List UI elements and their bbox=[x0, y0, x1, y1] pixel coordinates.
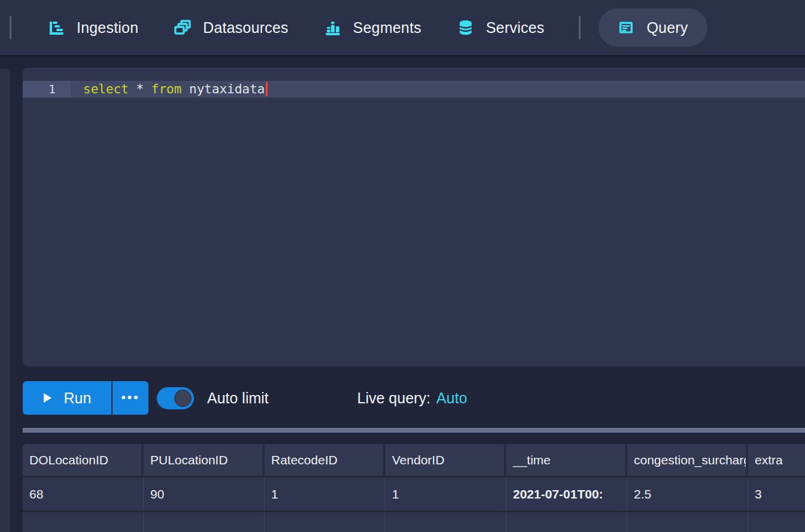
services-icon bbox=[457, 19, 474, 36]
column-header[interactable]: RatecodeID bbox=[265, 444, 385, 476]
run-button[interactable]: Run bbox=[23, 381, 111, 415]
table-cell[interactable]: 3 bbox=[748, 478, 805, 510]
play-icon bbox=[43, 393, 52, 403]
ingestion-icon bbox=[48, 19, 65, 36]
nav-item-label: Segments bbox=[353, 19, 421, 37]
live-query-value[interactable]: Auto bbox=[436, 390, 467, 407]
line-number: 1 bbox=[23, 81, 71, 98]
toggle-knob bbox=[174, 390, 192, 407]
nav-divider bbox=[10, 16, 11, 39]
results-table: DOLocationID PULocationID RatecodeID Ven… bbox=[23, 444, 805, 532]
sql-space bbox=[181, 82, 189, 96]
column-header[interactable]: __time bbox=[506, 444, 627, 476]
table-cell[interactable] bbox=[627, 512, 748, 532]
sql-editor[interactable]: 1 select * from nytaxidata bbox=[23, 68, 805, 366]
top-nav: Ingestion Datasources bbox=[0, 0, 805, 55]
text-cursor bbox=[266, 82, 268, 96]
table-cell[interactable]: 1 bbox=[265, 478, 385, 510]
run-more-options-button[interactable]: ••• bbox=[113, 381, 148, 415]
table-cell[interactable]: 2.5 bbox=[627, 478, 748, 510]
nav-item-label: Ingestion bbox=[77, 19, 138, 37]
table-row: 68 90 1 1 2021-07-01T00: 2.5 3 bbox=[23, 478, 805, 512]
table-cell-time[interactable]: 2021-07-01T00: bbox=[506, 478, 627, 510]
collapsed-side-panel[interactable] bbox=[0, 69, 10, 532]
nav-item-label: Query bbox=[646, 19, 688, 37]
sql-space bbox=[129, 82, 136, 96]
run-button-label: Run bbox=[64, 390, 92, 407]
column-header[interactable]: extra bbox=[748, 444, 805, 476]
live-query: Live query: Auto bbox=[357, 390, 467, 407]
sql-table-name: nytaxidata bbox=[189, 82, 265, 96]
table-cell[interactable]: 90 bbox=[144, 478, 265, 510]
table-cell[interactable] bbox=[506, 512, 627, 532]
segments-icon bbox=[324, 19, 341, 36]
nav-item-segments[interactable]: Segments bbox=[321, 8, 425, 47]
more-options-icon: ••• bbox=[121, 391, 139, 406]
table-row bbox=[23, 512, 805, 532]
table-cell[interactable]: 68 bbox=[23, 478, 144, 510]
column-header[interactable]: PULocationID bbox=[144, 444, 265, 476]
nav-item-query[interactable]: Query bbox=[599, 8, 707, 47]
auto-limit-label: Auto limit bbox=[207, 390, 269, 407]
datasources-icon bbox=[174, 19, 191, 36]
sql-keyword: from bbox=[151, 82, 182, 96]
query-controls: Run ••• Auto limit Live query: Auto bbox=[23, 381, 467, 415]
table-cell[interactable]: 1 bbox=[385, 478, 506, 510]
nav-divider bbox=[579, 16, 581, 39]
column-header[interactable]: VendorID bbox=[385, 444, 506, 476]
table-cell[interactable] bbox=[265, 512, 385, 532]
table-cell[interactable] bbox=[23, 512, 144, 532]
live-query-label: Live query: bbox=[357, 390, 430, 407]
results-header-row: DOLocationID PULocationID RatecodeID Ven… bbox=[23, 444, 805, 478]
nav-item-ingestion[interactable]: Ingestion bbox=[44, 8, 142, 47]
nav-item-datasources[interactable]: Datasources bbox=[171, 8, 292, 47]
sql-star: * bbox=[136, 82, 144, 96]
table-cell[interactable] bbox=[144, 512, 265, 532]
results-splitter-handle[interactable] bbox=[23, 428, 805, 433]
nav-item-label: Datasources bbox=[203, 19, 288, 37]
column-header[interactable]: DOLocationID bbox=[23, 444, 144, 476]
sql-code-line[interactable]: select * from nytaxidata bbox=[71, 81, 805, 98]
nav-item-label: Services bbox=[486, 19, 544, 37]
sql-space bbox=[144, 82, 151, 96]
sql-keyword: select bbox=[83, 82, 129, 96]
query-icon bbox=[618, 19, 634, 36]
table-cell[interactable] bbox=[385, 512, 506, 532]
nav-item-services[interactable]: Services bbox=[454, 8, 548, 47]
column-header[interactable]: congestion_surcharge bbox=[627, 444, 748, 476]
table-cell[interactable] bbox=[748, 512, 805, 532]
auto-limit-toggle[interactable] bbox=[157, 387, 194, 409]
editor-active-line[interactable]: 1 select * from nytaxidata bbox=[23, 81, 805, 98]
